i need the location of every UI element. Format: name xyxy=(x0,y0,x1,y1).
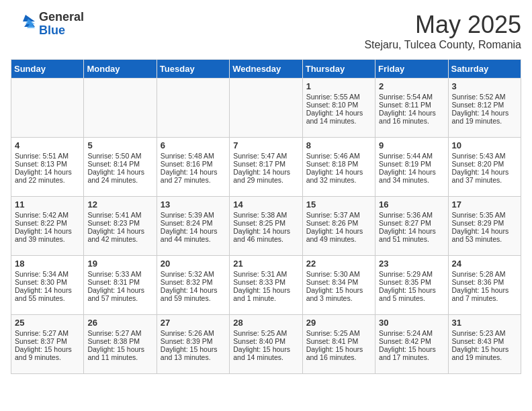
sunset-text: Sunset: 8:23 PM xyxy=(87,219,140,227)
day-number: 22 xyxy=(306,259,371,269)
calendar-cell: 12 Sunrise: 5:41 AM Sunset: 8:23 PM Dayl… xyxy=(84,197,157,256)
sunrise-text: Sunrise: 5:35 AM xyxy=(452,211,506,219)
calendar-cell: 18 Sunrise: 5:34 AM Sunset: 8:30 PM Dayl… xyxy=(11,256,84,315)
sunrise-text: Sunrise: 5:23 AM xyxy=(452,329,506,337)
sunrise-text: Sunrise: 5:46 AM xyxy=(306,152,360,160)
calendar-header-monday: Monday xyxy=(84,60,157,79)
calendar-header-thursday: Thursday xyxy=(302,60,375,79)
day-number: 14 xyxy=(233,199,298,210)
calendar-cell: 21 Sunrise: 5:31 AM Sunset: 8:33 PM Dayl… xyxy=(230,256,302,315)
daylight-text: Daylight: 15 hours and 11 minutes. xyxy=(87,345,144,361)
calendar-header-saturday: Saturday xyxy=(448,60,521,79)
calendar-cell: 16 Sunrise: 5:36 AM Sunset: 8:27 PM Dayl… xyxy=(375,197,448,256)
calendar-table: SundayMondayTuesdayWednesdayThursdayFrid… xyxy=(11,59,521,374)
sunset-text: Sunset: 8:27 PM xyxy=(379,219,431,227)
sunrise-text: Sunrise: 5:52 AM xyxy=(452,93,506,101)
sunset-text: Sunset: 8:33 PM xyxy=(233,278,285,286)
sunset-text: Sunset: 8:32 PM xyxy=(161,278,213,286)
calendar-cell: 29 Sunrise: 5:25 AM Sunset: 8:41 PM Dayl… xyxy=(302,315,375,374)
day-number: 13 xyxy=(161,199,226,210)
daylight-text: Daylight: 14 hours and 37 minutes. xyxy=(452,168,509,184)
calendar-cell xyxy=(157,79,229,138)
sunrise-text: Sunrise: 5:27 AM xyxy=(87,329,141,337)
day-number: 2 xyxy=(379,81,444,91)
sunset-text: Sunset: 8:30 PM xyxy=(15,278,67,286)
calendar-cell: 13 Sunrise: 5:39 AM Sunset: 8:24 PM Dayl… xyxy=(157,197,229,256)
day-number: 19 xyxy=(87,259,152,269)
daylight-text: Daylight: 15 hours and 16 minutes. xyxy=(306,345,363,361)
sunset-text: Sunset: 8:11 PM xyxy=(379,101,431,109)
sunset-text: Sunset: 8:37 PM xyxy=(15,337,67,345)
daylight-text: Daylight: 15 hours and 13 minutes. xyxy=(161,345,218,361)
daylight-text: Daylight: 14 hours and 32 minutes. xyxy=(306,168,363,184)
sunrise-text: Sunrise: 5:41 AM xyxy=(87,211,141,219)
calendar-cell: 25 Sunrise: 5:27 AM Sunset: 8:37 PM Dayl… xyxy=(11,315,84,374)
sunrise-text: Sunrise: 5:36 AM xyxy=(379,211,433,219)
calendar-cell: 17 Sunrise: 5:35 AM Sunset: 8:29 PM Dayl… xyxy=(448,197,521,256)
day-number: 28 xyxy=(233,318,298,328)
logo-text: General Blue xyxy=(39,11,84,38)
day-number: 7 xyxy=(233,140,298,150)
calendar-week-row: 18 Sunrise: 5:34 AM Sunset: 8:30 PM Dayl… xyxy=(11,256,521,315)
sunset-text: Sunset: 8:26 PM xyxy=(306,219,359,227)
day-number: 26 xyxy=(87,318,152,328)
calendar-cell: 19 Sunrise: 5:33 AM Sunset: 8:31 PM Dayl… xyxy=(84,256,157,315)
daylight-text: Daylight: 15 hours and 1 minute. xyxy=(233,286,290,302)
sunset-text: Sunset: 8:40 PM xyxy=(233,337,285,345)
day-number: 15 xyxy=(306,199,371,210)
calendar-cell: 4 Sunrise: 5:51 AM Sunset: 8:13 PM Dayli… xyxy=(11,138,84,197)
sunset-text: Sunset: 8:35 PM xyxy=(379,278,431,286)
calendar-week-row: 25 Sunrise: 5:27 AM Sunset: 8:37 PM Dayl… xyxy=(11,315,521,374)
sunset-text: Sunset: 8:31 PM xyxy=(87,278,140,286)
calendar-cell: 11 Sunrise: 5:42 AM Sunset: 8:22 PM Dayl… xyxy=(11,197,84,256)
sunset-text: Sunset: 8:22 PM xyxy=(15,219,67,227)
daylight-text: Daylight: 15 hours and 9 minutes. xyxy=(15,345,72,361)
sunrise-text: Sunrise: 5:50 AM xyxy=(87,152,141,160)
daylight-text: Daylight: 14 hours and 49 minutes. xyxy=(306,227,363,243)
sunrise-text: Sunrise: 5:29 AM xyxy=(379,270,433,278)
day-number: 29 xyxy=(306,318,371,328)
sunrise-text: Sunrise: 5:37 AM xyxy=(306,211,360,219)
sunrise-text: Sunrise: 5:34 AM xyxy=(15,270,69,278)
sunrise-text: Sunrise: 5:32 AM xyxy=(161,270,214,278)
sunset-text: Sunset: 8:29 PM xyxy=(452,219,504,227)
calendar-cell: 23 Sunrise: 5:29 AM Sunset: 8:35 PM Dayl… xyxy=(375,256,448,315)
sunset-text: Sunset: 8:24 PM xyxy=(161,219,213,227)
page-header: General Blue May 2025 Stejaru, Tulcea Co… xyxy=(11,11,521,51)
daylight-text: Daylight: 14 hours and 42 minutes. xyxy=(87,227,144,243)
sunrise-text: Sunrise: 5:27 AM xyxy=(15,329,69,337)
day-number: 23 xyxy=(379,259,444,269)
daylight-text: Daylight: 15 hours and 19 minutes. xyxy=(452,345,509,361)
sunrise-text: Sunrise: 5:54 AM xyxy=(379,93,433,101)
sunrise-text: Sunrise: 5:44 AM xyxy=(379,152,433,160)
daylight-text: Daylight: 14 hours and 22 minutes. xyxy=(15,168,72,184)
calendar-cell: 2 Sunrise: 5:54 AM Sunset: 8:11 PM Dayli… xyxy=(375,79,448,138)
daylight-text: Daylight: 14 hours and 46 minutes. xyxy=(233,227,290,243)
daylight-text: Daylight: 14 hours and 59 minutes. xyxy=(161,286,218,302)
sunset-text: Sunset: 8:36 PM xyxy=(452,278,504,286)
sunset-text: Sunset: 8:42 PM xyxy=(379,337,431,345)
calendar-body: 1 Sunrise: 5:55 AM Sunset: 8:10 PM Dayli… xyxy=(11,79,521,374)
sunrise-text: Sunrise: 5:31 AM xyxy=(233,270,287,278)
daylight-text: Daylight: 15 hours and 14 minutes. xyxy=(233,345,290,361)
day-number: 30 xyxy=(379,318,444,328)
daylight-text: Daylight: 14 hours and 53 minutes. xyxy=(452,227,509,243)
daylight-text: Daylight: 14 hours and 14 minutes. xyxy=(306,109,363,125)
calendar-cell: 26 Sunrise: 5:27 AM Sunset: 8:38 PM Dayl… xyxy=(84,315,157,374)
sunset-text: Sunset: 8:39 PM xyxy=(161,337,213,345)
logo: General Blue xyxy=(11,11,84,38)
daylight-text: Daylight: 14 hours and 29 minutes. xyxy=(233,168,290,184)
day-number: 18 xyxy=(15,259,80,269)
sunset-text: Sunset: 8:34 PM xyxy=(306,278,359,286)
daylight-text: Daylight: 14 hours and 19 minutes. xyxy=(452,109,509,125)
calendar-cell: 6 Sunrise: 5:48 AM Sunset: 8:16 PM Dayli… xyxy=(157,138,229,197)
calendar-week-row: 1 Sunrise: 5:55 AM Sunset: 8:10 PM Dayli… xyxy=(11,79,521,138)
daylight-text: Daylight: 14 hours and 34 minutes. xyxy=(379,168,436,184)
calendar-cell: 3 Sunrise: 5:52 AM Sunset: 8:12 PM Dayli… xyxy=(448,79,521,138)
sunset-text: Sunset: 8:12 PM xyxy=(452,101,504,109)
sunset-text: Sunset: 8:17 PM xyxy=(233,160,285,168)
calendar-cell xyxy=(84,79,157,138)
day-number: 10 xyxy=(452,140,517,150)
sunset-text: Sunset: 8:19 PM xyxy=(379,160,431,168)
sunset-text: Sunset: 8:38 PM xyxy=(87,337,140,345)
